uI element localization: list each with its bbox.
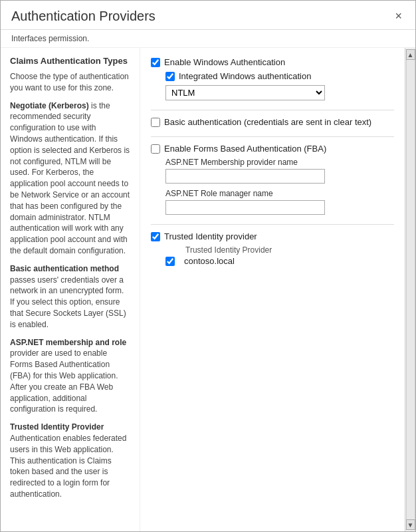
section-trusted-identity-label: Trusted Identity Provider: [10, 422, 104, 432]
basic-auth-checkbox[interactable]: [151, 118, 160, 127]
membership-field-block: ASP.NET Membership provider name: [151, 158, 394, 184]
membership-field-input[interactable]: [165, 169, 325, 184]
section-aspnet: ASP.NET membership and role provider are…: [10, 337, 130, 416]
section-aspnet-text: provider are used to enable Forms Based …: [10, 348, 118, 414]
dialog-subheader: Interfaces permission.: [1, 30, 415, 48]
forms-auth-checkbox[interactable]: [151, 144, 160, 154]
trusted-providers-table: Trusted Identity Provider contoso.local: [151, 245, 394, 266]
forms-auth-label[interactable]: Enable Forms Based Authentication (FBA): [164, 144, 326, 154]
enable-windows-auth-row: Enable Windows Authentication: [151, 57, 394, 67]
integrated-windows-auth-row: Integrated Windows authentication: [165, 71, 394, 81]
membership-field-label: ASP.NET Membership provider name: [165, 158, 394, 167]
trusted-identity-block: Trusted Identity provider Trusted Identi…: [151, 231, 394, 266]
section-kerberos-label: Negotiate (Kerberos): [10, 101, 89, 110]
integrated-windows-auth-checkbox[interactable]: [165, 72, 175, 81]
divider-2: [151, 136, 394, 137]
claims-auth-title: Claims Authentication Types: [10, 56, 130, 66]
dialog-title: Authentication Providers: [11, 9, 156, 24]
scroll-down-button[interactable]: ▼: [406, 519, 415, 530]
trusted-identity-row: Trusted Identity provider: [151, 231, 394, 241]
left-panel: Claims Authentication Types Choose the t…: [1, 48, 140, 531]
claims-auth-intro: Choose the type of authentication you wa…: [10, 71, 130, 94]
section-trusted-identity-text: Authentication enables federated users i…: [10, 434, 126, 499]
ntlm-dropdown-row: NTLM Negotiate (Kerberos): [151, 85, 394, 100]
section-basic-auth: Basic authentication method passes users…: [10, 263, 130, 331]
dialog-header: Authentication Providers ×: [1, 1, 415, 30]
role-manager-field-block: ASP.NET Role manager name: [151, 189, 394, 215]
enable-windows-auth-checkbox[interactable]: [151, 58, 160, 67]
close-button[interactable]: ×: [392, 9, 405, 23]
windows-auth-indent: Integrated Windows authentication: [151, 71, 394, 81]
basic-auth-label[interactable]: Basic authentication (credentials are se…: [164, 117, 371, 127]
divider-3: [151, 224, 394, 225]
forms-auth-row: Enable Forms Based Authentication (FBA): [151, 144, 394, 154]
basic-auth-row: Basic authentication (credentials are se…: [151, 117, 394, 127]
scrollbar-track: [406, 60, 415, 519]
section-basic-auth-text: passes users' credentials over a network…: [10, 275, 126, 329]
section-kerberos: Negotiate (Kerberos) is the recommended …: [10, 100, 130, 257]
section-kerberos-text: is the recommended security configuratio…: [10, 101, 130, 255]
trusted-table-header: Trusted Identity Provider: [165, 245, 394, 256]
right-panel: Enable Windows Authentication Integrated…: [140, 48, 405, 531]
basic-auth-block: Basic authentication (credentials are se…: [151, 117, 394, 127]
section-aspnet-label: ASP.NET membership and role: [10, 338, 126, 347]
contoso-provider-checkbox[interactable]: [165, 257, 175, 266]
section-basic-auth-label: Basic authentication method: [10, 264, 119, 273]
section-trusted-identity: Trusted Identity Provider Authentication…: [10, 422, 130, 500]
windows-auth-block: Enable Windows Authentication Integrated…: [151, 57, 394, 100]
ntlm-dropdown[interactable]: NTLM Negotiate (Kerberos): [165, 85, 325, 100]
authentication-providers-dialog: Authentication Providers × Interfaces pe…: [0, 0, 416, 532]
enable-windows-auth-label[interactable]: Enable Windows Authentication: [164, 57, 285, 67]
role-manager-field-input[interactable]: [165, 200, 325, 215]
contoso-provider-name: contoso.local: [184, 256, 235, 266]
dialog-scrollbar: ▲ ▼: [405, 48, 415, 531]
divider-1: [151, 110, 394, 110]
trusted-provider-row: contoso.local: [165, 256, 394, 266]
scroll-up-button[interactable]: ▲: [406, 49, 415, 60]
dialog-body: Claims Authentication Types Choose the t…: [1, 48, 415, 531]
trusted-identity-checkbox[interactable]: [151, 232, 160, 241]
trusted-identity-label[interactable]: Trusted Identity provider: [164, 231, 257, 241]
forms-auth-block: Enable Forms Based Authentication (FBA) …: [151, 144, 394, 215]
role-manager-field-label: ASP.NET Role manager name: [165, 189, 394, 198]
integrated-windows-auth-label[interactable]: Integrated Windows authentication: [179, 71, 311, 81]
